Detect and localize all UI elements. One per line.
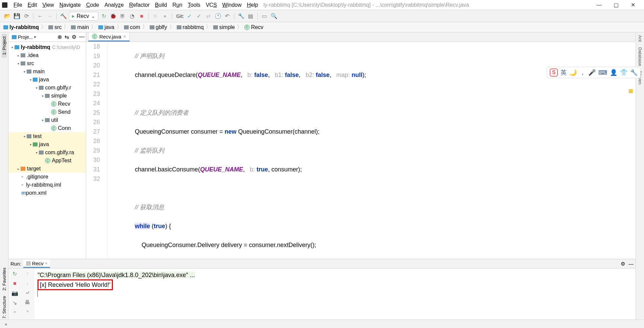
moon-icon[interactable]: 🌙: [569, 69, 577, 76]
maximize-button[interactable]: ▢: [613, 2, 619, 8]
hide-icon[interactable]: —: [628, 261, 634, 267]
coverage-icon[interactable]: ⛨: [119, 12, 127, 20]
run-config-select[interactable]: ▸Recv⌄: [69, 12, 98, 21]
menu-navigate[interactable]: Navigate: [57, 0, 83, 10]
print-icon[interactable]: 🖶: [25, 299, 30, 305]
git-history-icon[interactable]: 🕐: [214, 12, 222, 20]
tree-main[interactable]: ▾ main: [8, 67, 86, 76]
skin-icon[interactable]: 👕: [620, 69, 627, 76]
debug-icon[interactable]: 🐞: [109, 12, 117, 20]
tree-apptest[interactable]: C AppTest: [8, 157, 86, 165]
back-icon[interactable]: ←: [36, 12, 44, 20]
side-tab-ant[interactable]: Ant: [638, 32, 643, 45]
git-compare-icon[interactable]: ⇄: [204, 12, 213, 20]
tool-window-quick[interactable]: »: [5, 322, 8, 327]
inspection-indicator[interactable]: [629, 89, 633, 93]
close-button[interactable]: ✕: [630, 2, 636, 8]
tree-test-pkg[interactable]: ▾ com.gblfy.ra: [8, 148, 86, 157]
close-tab-icon[interactable]: ×: [123, 34, 126, 39]
tree-test-java[interactable]: ▾ java: [8, 140, 86, 148]
open-icon[interactable]: 📂: [3, 12, 11, 20]
tree-test[interactable]: ▾ test: [8, 132, 86, 140]
target-icon[interactable]: ⊕: [57, 34, 62, 40]
tree-simple[interactable]: ▾ simple: [8, 92, 86, 100]
sogou-logo-icon[interactable]: S: [550, 69, 558, 77]
menu-file[interactable]: File: [11, 0, 25, 10]
editor-tab-recv[interactable]: C Recv.java ×: [88, 32, 130, 42]
rerun-icon[interactable]: ↻: [13, 271, 17, 277]
tree-iml[interactable]: ▫ly-rabbitmq.iml: [8, 181, 86, 189]
hide-icon[interactable]: —: [79, 34, 84, 40]
git-commit-icon[interactable]: ✓: [195, 12, 203, 20]
ime-lang[interactable]: 英: [561, 69, 567, 77]
keyboard-icon[interactable]: ⌨: [598, 69, 607, 76]
side-tab-structure[interactable]: 7: Structure: [2, 293, 7, 321]
tree-gitignore[interactable]: ▫.gitignore: [8, 173, 86, 181]
minimize-button[interactable]: —: [596, 2, 602, 8]
menu-run[interactable]: Run: [170, 0, 185, 10]
dump-icon[interactable]: 📷: [11, 290, 18, 296]
gear-icon[interactable]: ⚙: [621, 261, 625, 267]
project-panel-tab[interactable]: Proje...▾: [10, 34, 38, 40]
menu-build[interactable]: Build: [152, 0, 170, 10]
attach-icon[interactable]: ⎋: [151, 12, 159, 20]
reload-icon[interactable]: ⟳: [22, 12, 30, 20]
mic-icon[interactable]: 🎤: [588, 69, 596, 76]
tool-icon[interactable]: 🔧: [630, 69, 638, 76]
tree-recv[interactable]: C Recv: [8, 100, 86, 108]
run-tab[interactable]: ▤Recv×: [23, 259, 50, 268]
bc-src[interactable]: src: [48, 24, 61, 30]
tree-src[interactable]: ▾ src: [8, 59, 86, 67]
bc-root[interactable]: ly-rabbitmq: [3, 24, 39, 30]
tree-pom[interactable]: mpom.xml: [8, 189, 86, 197]
stop-icon[interactable]: ■: [13, 280, 17, 286]
breakpoint-icon[interactable]: ●: [161, 12, 169, 20]
tree-root[interactable]: ▾ ly-rabbitmqC:\Users\ly\D: [8, 43, 86, 51]
hammer-icon[interactable]: 🔨: [59, 12, 68, 20]
tree-idea[interactable]: ▸ .idea: [8, 51, 86, 59]
side-tab-database[interactable]: Database: [638, 45, 643, 69]
menu-edit[interactable]: Edit: [25, 0, 40, 10]
user-icon[interactable]: 👤: [610, 69, 617, 76]
exit-icon[interactable]: ↘: [13, 300, 17, 306]
search-icon[interactable]: 🔍: [270, 12, 278, 20]
tree-pkg[interactable]: ▾ com.gblfy.r: [8, 84, 86, 92]
structure-icon[interactable]: ▤: [247, 12, 255, 20]
bc-simple[interactable]: simple: [213, 24, 235, 30]
ime-toolbar[interactable]: S 英 🌙 ， 🎤 ⌨ 👤 👕 🔧: [547, 67, 641, 78]
menu-vcs[interactable]: VCS: [203, 0, 220, 10]
ide-icon[interactable]: ▭: [261, 12, 269, 20]
settings-icon[interactable]: 🔧: [237, 12, 245, 20]
menu-refactor[interactable]: Refactor: [126, 0, 152, 10]
menu-window[interactable]: Window: [220, 0, 244, 10]
run-output[interactable]: "C:\Program Files (x86)\Java\jdk1.8.0_20…: [34, 269, 636, 320]
profile-icon[interactable]: ◔: [128, 12, 136, 20]
side-tab-project[interactable]: 1: Project: [2, 34, 7, 58]
menu-analyze[interactable]: Analyze: [102, 0, 126, 10]
tree-target[interactable]: ▸ target: [8, 165, 86, 173]
bc-java[interactable]: java: [98, 24, 114, 30]
stop-icon[interactable]: ■: [138, 12, 146, 20]
menu-code[interactable]: Code: [83, 0, 102, 10]
down-icon[interactable]: ↓: [26, 280, 29, 286]
bc-gblfy[interactable]: gblfy: [150, 24, 167, 30]
up-icon[interactable]: ↑: [26, 271, 29, 277]
menu-tools[interactable]: Tools: [185, 0, 203, 10]
bc-rabbitmq[interactable]: rabbitmq: [177, 24, 204, 30]
bc-main[interactable]: main: [71, 24, 89, 30]
gear-icon[interactable]: ⚙: [72, 34, 76, 40]
side-tab-favorites[interactable]: 2: Favorites: [2, 265, 7, 293]
tree-util[interactable]: ▾ util: [8, 116, 86, 124]
menu-view[interactable]: View: [40, 0, 56, 10]
tree-java[interactable]: ▾ java: [8, 76, 86, 84]
comma-icon[interactable]: ，: [579, 69, 586, 77]
tree-send[interactable]: C Send: [8, 108, 86, 116]
bc-recv[interactable]: CRecv: [244, 24, 263, 30]
git-revert-icon[interactable]: ↶: [223, 12, 231, 20]
tree-conn[interactable]: C Conn: [8, 124, 86, 132]
bc-com[interactable]: com: [124, 24, 140, 30]
wrap-icon[interactable]: ⤶: [25, 290, 30, 296]
git-update-icon[interactable]: ✓: [185, 12, 194, 20]
forward-icon[interactable]: →: [46, 12, 54, 20]
save-icon[interactable]: 💾: [13, 12, 21, 20]
